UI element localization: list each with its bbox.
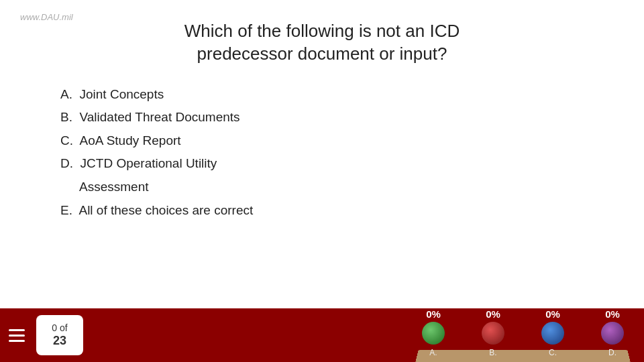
list-item[interactable]: D. JCTD Operational Utility [60, 155, 617, 173]
choice-b-text: Validated Threat Documents [80, 110, 240, 124]
pct-c: 0% [545, 308, 560, 320]
menu-icon-area[interactable] [0, 329, 34, 342]
hamburger-icon[interactable] [9, 329, 25, 342]
chart-platform-area: 0% A. 0% B. 0% C. 0% D. [83, 308, 644, 363]
choice-d-text: JCTD Operational Utility [80, 156, 217, 170]
choice-a-label: A. [60, 87, 72, 101]
chart-col-c: 0% C. [541, 308, 564, 357]
list-item[interactable]: B. Validated Threat Documents [60, 109, 617, 127]
choice-d-continued: Assessment [79, 180, 148, 194]
pct-d: 0% [605, 308, 620, 320]
chart-platform: 0% A. 0% B. 0% C. 0% D. [422, 308, 624, 363]
choice-c-label: C. [60, 133, 73, 147]
choice-d-label: D. [60, 156, 73, 170]
pct-a: 0% [426, 308, 441, 320]
choice-e-text: All of these choices are correct [78, 203, 253, 217]
main-content: Which of the following is not an ICD pre… [0, 0, 644, 308]
choice-b-label: B. [60, 110, 72, 124]
list-item[interactable]: C. AoA Study Report [60, 132, 617, 150]
dot-d [601, 322, 624, 345]
chart-col-d: 0% D. [601, 308, 624, 357]
dot-a [422, 322, 445, 345]
list-item[interactable]: A. Joint Concepts [60, 86, 617, 104]
choice-a-text: Joint Concepts [80, 87, 164, 101]
list-item[interactable]: E. All of these choices are correct [60, 202, 617, 220]
choice-e-label: E. [60, 203, 72, 217]
choice-c-text: AoA Study Report [80, 133, 181, 147]
label-d: D. [608, 348, 616, 357]
list-item: Assessment [60, 178, 617, 196]
pct-b: 0% [486, 308, 500, 320]
bottom-bar: 0 of 23 0% A. 0% B. 0% C. 0% D. [0, 308, 644, 362]
counter-total: 23 [53, 334, 66, 349]
choices-list: A. Joint Concepts B. Validated Threat Do… [27, 86, 617, 220]
label-b: B. [489, 348, 496, 357]
label-c: C. [549, 348, 557, 357]
counter-of: 0 of [52, 322, 67, 334]
chart-col-a: 0% A. [422, 308, 445, 357]
counter-bubble: 0 of 23 [36, 315, 83, 355]
chart-col-b: 0% B. [482, 308, 504, 357]
question-title: Which of the following is not an ICD pre… [27, 20, 617, 66]
dot-b [482, 322, 504, 345]
dot-c [541, 322, 564, 345]
label-a: A. [429, 348, 437, 357]
